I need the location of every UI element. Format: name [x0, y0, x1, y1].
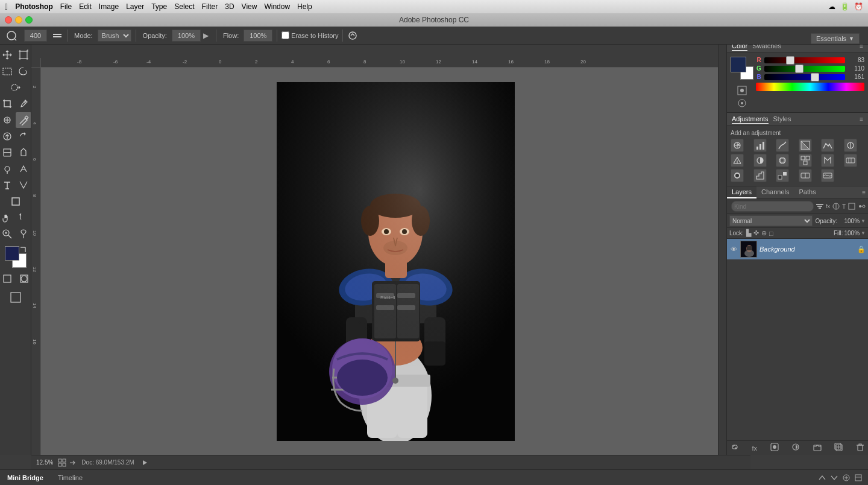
- crop-tool[interactable]: [0, 96, 15, 112]
- menu-window[interactable]: Window: [264, 2, 290, 11]
- levels-icon[interactable]: [753, 139, 767, 152]
- gradient-map-icon[interactable]: [844, 154, 857, 167]
- lock-all-icon[interactable]: ⊕: [761, 229, 767, 237]
- layer-effects-icon[interactable]: fx: [752, 445, 758, 452]
- pen-tool[interactable]: [16, 161, 31, 177]
- paint-bucket-tool[interactable]: [16, 145, 31, 160]
- eraser-tool[interactable]: [0, 145, 15, 160]
- hand-tool[interactable]: [0, 210, 15, 226]
- opacity-airbrush-icon[interactable]: ▶: [203, 31, 212, 40]
- screen-mode-button[interactable]: [8, 290, 24, 305]
- path-selection-tool[interactable]: [16, 177, 31, 193]
- foreground-color-swatch[interactable]: [731, 57, 746, 72]
- posterize-icon[interactable]: [753, 169, 767, 182]
- tab-adjustments[interactable]: Adjustments: [732, 115, 769, 124]
- delete-layer-icon[interactable]: [856, 443, 864, 453]
- status-arrow-icon[interactable]: [68, 458, 77, 467]
- menu-3d[interactable]: 3D: [225, 2, 234, 11]
- brush-size-input[interactable]: 400: [24, 30, 47, 42]
- adjustment-filter-icon[interactable]: [832, 201, 840, 212]
- menu-file[interactable]: File: [60, 2, 72, 11]
- essentials-button[interactable]: Essentials ▼: [811, 33, 860, 44]
- panel-collapse-button[interactable]: ◀: [718, 27, 726, 455]
- eyedropper-tool-2[interactable]: [16, 226, 31, 242]
- photo-filter-icon[interactable]: [776, 154, 789, 167]
- foreground-background-colors[interactable]: [5, 246, 27, 268]
- zoom-tool[interactable]: [0, 226, 15, 242]
- menu-type[interactable]: Type: [151, 2, 167, 11]
- flow-input[interactable]: 100%: [244, 30, 272, 42]
- quick-select-tool[interactable]: [8, 80, 24, 95]
- tab-styles[interactable]: Styles: [773, 115, 791, 124]
- color-lookup-icon[interactable]: [821, 154, 834, 167]
- lock-pixels-icon[interactable]: ▙: [746, 229, 751, 237]
- blend-mode-select[interactable]: Normal Multiply Screen Overlay: [729, 215, 813, 226]
- black-white-icon[interactable]: [753, 154, 767, 167]
- quick-mask-mode-button[interactable]: [16, 271, 32, 287]
- mode-select[interactable]: Brush Pencil Block: [98, 30, 131, 42]
- new-group-icon[interactable]: [813, 443, 822, 453]
- hue-saturation-icon[interactable]: [844, 139, 857, 152]
- fx-icon[interactable]: fx: [826, 201, 830, 212]
- move-tool[interactable]: [0, 47, 15, 63]
- threshold-icon[interactable]: [776, 169, 789, 182]
- adjustments-panel-menu[interactable]: ≡: [860, 116, 863, 122]
- lasso-tool[interactable]: [16, 63, 31, 79]
- bottom-panel-icon-2[interactable]: [829, 473, 839, 483]
- eyedropper-tool[interactable]: [16, 96, 31, 112]
- color-spectrum[interactable]: [756, 83, 864, 91]
- layer-lock-icon[interactable]: 🔒: [857, 246, 866, 253]
- dodge-tool[interactable]: [0, 161, 15, 177]
- exposure-icon[interactable]: [799, 139, 812, 152]
- bottom-panel-icon-1[interactable]: [817, 473, 827, 483]
- rectangle-tool[interactable]: [8, 194, 24, 209]
- filter-toggle-icon[interactable]: [858, 201, 866, 212]
- tab-timeline[interactable]: Timeline: [55, 473, 85, 483]
- lock-artboards-icon[interactable]: □: [769, 230, 773, 237]
- fill-chevron-icon[interactable]: ▼: [861, 230, 866, 236]
- artboard-tool[interactable]: [16, 47, 31, 63]
- blue-slider[interactable]: [764, 74, 845, 80]
- pressure-icon[interactable]: [347, 30, 358, 41]
- filter-type-icon[interactable]: [816, 201, 824, 212]
- photo-canvas[interactable]: Riddell: [277, 82, 515, 441]
- menu-help[interactable]: Help: [297, 2, 312, 11]
- color-balance-icon[interactable]: [731, 154, 744, 167]
- clone-stamp-tool[interactable]: [0, 128, 15, 144]
- layer-visibility-icon[interactable]: 👁: [729, 246, 738, 253]
- bottom-panel-icon-3[interactable]: [841, 473, 851, 483]
- menu-select[interactable]: Select: [174, 2, 194, 11]
- invert-icon[interactable]: [731, 169, 744, 182]
- red-slider[interactable]: [764, 57, 845, 63]
- green-slider[interactable]: [764, 66, 845, 72]
- status-play-icon[interactable]: [142, 460, 148, 466]
- type-tool[interactable]: [0, 177, 15, 193]
- foreground-color[interactable]: [5, 246, 19, 261]
- history-brush-tool[interactable]: [16, 128, 31, 144]
- tab-mini-bridge[interactable]: Mini Bridge: [5, 473, 46, 483]
- layer-item-background[interactable]: 👁 Background 🔒: [727, 239, 868, 259]
- menu-layer[interactable]: Layer: [126, 2, 144, 11]
- maximize-button[interactable]: [25, 16, 33, 24]
- menu-filter[interactable]: Filter: [202, 2, 218, 11]
- color-picker-icon[interactable]: [737, 98, 747, 109]
- menu-image[interactable]: Image: [99, 2, 119, 11]
- tab-channels[interactable]: Channels: [756, 186, 794, 198]
- rotate-view-tool[interactable]: [16, 210, 31, 226]
- brush-options-icon[interactable]: [52, 30, 63, 41]
- color-mode-icon[interactable]: [737, 85, 747, 96]
- channel-mixer-icon[interactable]: [799, 154, 812, 167]
- erase-to-history-label[interactable]: Erase to History: [281, 31, 338, 39]
- shadows-highlights-icon[interactable]: [821, 169, 834, 182]
- layer-link-icon[interactable]: [731, 443, 739, 453]
- opacity-value[interactable]: 100%: [838, 218, 860, 224]
- healing-brush-tool[interactable]: [0, 112, 15, 128]
- status-cycle-icon[interactable]: [58, 458, 66, 467]
- vibrance-icon[interactable]: [821, 139, 834, 152]
- opacity-input[interactable]: 100%: [172, 30, 201, 42]
- opacity-chevron-icon[interactable]: ▼: [861, 218, 866, 224]
- fill-value[interactable]: 100%: [844, 230, 860, 236]
- curves-icon[interactable]: [776, 139, 789, 152]
- apple-menu[interactable]: : [5, 2, 8, 11]
- type-filter-icon[interactable]: T: [842, 201, 846, 212]
